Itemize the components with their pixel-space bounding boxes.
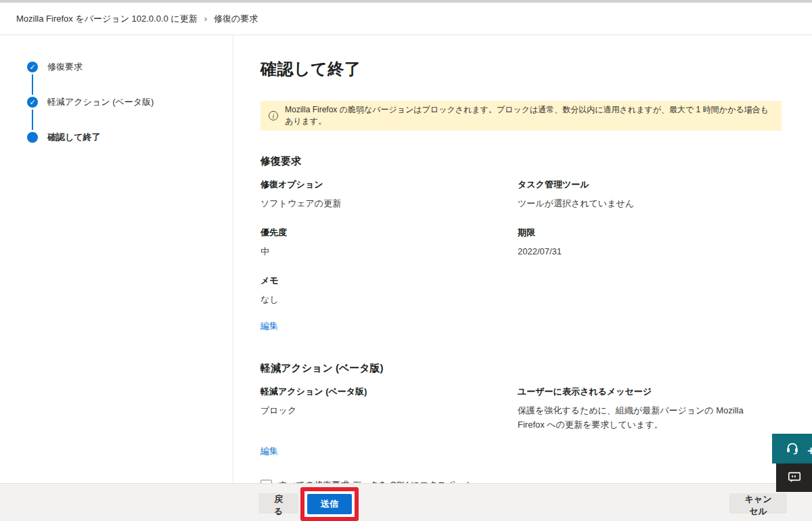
field-value: ツールが選択されていません xyxy=(518,196,761,210)
info-banner-text: Mozilla Firefox の脆弱なバージョンはブロックされます。ブロックは… xyxy=(285,104,773,127)
feedback-widget-button[interactable] xyxy=(776,463,812,492)
cancel-button[interactable]: キャンセル xyxy=(729,493,787,514)
footer-bar: 戻る 送信 キャンセル xyxy=(0,483,812,521)
field-label: メモ xyxy=(261,275,518,287)
step-check-icon: ✓ xyxy=(27,62,38,72)
submit-button[interactable]: 送信 xyxy=(307,494,352,514)
breadcrumb: Mozilla Firefox をバージョン 102.0.0.0 に更新 › 修… xyxy=(0,3,812,35)
field-value: なし xyxy=(261,292,518,307)
wizard-step-review[interactable]: 確認して終了 xyxy=(27,131,101,143)
main-panel: 確認して終了 i Mozilla Firefox の脆弱なバージョンはブロックさ… xyxy=(233,35,812,483)
field-label: 軽減アクション (ベータ版) xyxy=(261,386,518,398)
page-title: 確認して終了 xyxy=(261,35,812,80)
field-label: 優先度 xyxy=(261,227,518,239)
field-value: ブロック xyxy=(261,403,518,417)
edit-remediation-link[interactable]: 編集 xyxy=(261,320,278,332)
chevron-right-icon: › xyxy=(204,14,207,24)
step-check-icon: ✓ xyxy=(27,97,38,108)
field-due-date: 期限 2022/07/31 xyxy=(518,227,761,258)
field-task-tool: タスク管理ツール ツールが選択されていません xyxy=(518,179,761,210)
field-value: 中 xyxy=(261,244,518,258)
wizard-step-mitigation[interactable]: ✓ 軽減アクション (ベータ版) xyxy=(27,96,154,108)
field-label: ユーザーに表示されるメッセージ xyxy=(518,386,761,398)
help-widget-button[interactable]: ＋ xyxy=(772,434,812,463)
feedback-chat-icon xyxy=(787,470,802,486)
section-title-mitigation: 軽減アクション (ベータ版) xyxy=(261,362,812,375)
wizard-step-label: 軽減アクション (ベータ版) xyxy=(47,96,154,108)
wizard-step-remediation[interactable]: ✓ 修復要求 xyxy=(27,61,83,73)
wizard-step-label: 確認して終了 xyxy=(47,131,101,143)
section-title-remediation: 修復要求 xyxy=(261,155,812,168)
back-button[interactable]: 戻る xyxy=(258,493,298,514)
breadcrumb-item-flaw[interactable]: Mozilla Firefox をバージョン 102.0.0.0 に更新 xyxy=(16,13,198,25)
field-label: 期限 xyxy=(518,227,761,239)
breadcrumb-item-current: 修復の要求 xyxy=(214,13,258,25)
step-connector-line xyxy=(32,110,33,130)
field-priority: 優先度 中 xyxy=(261,227,518,258)
wizard-step-label: 修復要求 xyxy=(47,61,83,73)
field-label: 修復オプション xyxy=(261,179,518,191)
headset-icon xyxy=(785,440,800,457)
wizard-sidebar: ✓ 修復要求 ✓ 軽減アクション (ベータ版) 確認して終了 xyxy=(0,35,233,483)
submit-highlight-annotation: 送信 xyxy=(300,487,359,521)
edit-mitigation-link[interactable]: 編集 xyxy=(261,445,278,457)
info-icon: i xyxy=(269,111,278,120)
mitigation-fields: 軽減アクション (ベータ版) ブロック ユーザーに表示されるメッセージ 保護を強… xyxy=(261,386,812,432)
info-banner: i Mozilla Firefox の脆弱なバージョンはブロックされます。ブロッ… xyxy=(261,101,782,131)
field-value: ソフトウェアの更新 xyxy=(261,196,518,210)
field-notes: メモ なし xyxy=(261,275,518,307)
partial-plus-icon: ＋ xyxy=(805,443,812,458)
step-connector-line xyxy=(32,74,33,95)
field-value: 2022/07/31 xyxy=(518,244,761,258)
field-label: タスク管理ツール xyxy=(518,179,761,191)
remediation-fields: 修復オプション ソフトウェアの更新 タスク管理ツール ツールが選択されていません… xyxy=(261,179,812,307)
field-user-message: ユーザーに表示されるメッセージ 保護を強化するために、組織が最新バージョンの M… xyxy=(518,386,761,432)
field-mitigation-action: 軽減アクション (ベータ版) ブロック xyxy=(261,386,518,432)
step-dot-icon xyxy=(27,132,38,143)
content-area: ✓ 修復要求 ✓ 軽減アクション (ベータ版) 確認して終了 確認して終了 i … xyxy=(0,35,812,483)
field-value: 保護を強化するために、組織が最新バージョンの Mozilla Firefox へ… xyxy=(518,403,761,432)
field-remediation-option: 修復オプション ソフトウェアの更新 xyxy=(261,179,518,210)
